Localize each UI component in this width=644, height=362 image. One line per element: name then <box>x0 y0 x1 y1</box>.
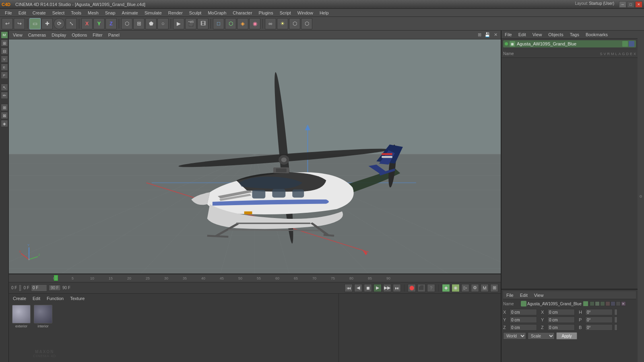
keyframe-record-button[interactable]: ◉ <box>452 284 460 292</box>
keyframe-add-button[interactable]: ◆ <box>442 284 450 292</box>
menu-item-render[interactable]: Render <box>165 10 186 16</box>
coord-close-icon[interactable]: ✕ <box>621 301 626 306</box>
animate-settings[interactable]: ⚙ <box>471 284 479 292</box>
mode-polygon-button[interactable]: P <box>1 72 8 79</box>
coord-y-pos[interactable] <box>510 317 537 323</box>
coord-p-val[interactable] <box>585 317 613 323</box>
menu-item-window[interactable]: Window <box>294 10 316 16</box>
coord-b-val[interactable] <box>585 324 613 331</box>
move-button[interactable]: ✚ <box>41 18 53 29</box>
maximize-button[interactable]: □ <box>627 1 634 8</box>
mat-menu-function[interactable]: Function <box>44 295 66 302</box>
material-exterior[interactable]: exterior <box>12 305 31 328</box>
coord-y-lock[interactable] <box>614 317 617 323</box>
menu-item-simulate[interactable]: Simulate <box>141 10 165 16</box>
x-axis-button[interactable]: X <box>81 18 93 29</box>
frame-field[interactable] <box>19 284 22 292</box>
light-button[interactable]: ☀ <box>277 18 288 29</box>
y-axis-button[interactable]: Y <box>93 18 105 29</box>
help-button[interactable]: ? <box>427 284 435 292</box>
viewport[interactable]: Perspective <box>9 39 501 274</box>
rotate-button[interactable]: ⟳ <box>54 18 65 29</box>
auto-animate-button[interactable]: ▷ <box>461 284 469 292</box>
record-button[interactable]: ⬤ <box>408 284 416 292</box>
z-axis-button[interactable]: Z <box>105 18 117 29</box>
menu-item-create[interactable]: Create <box>29 10 49 16</box>
mode-edge-button[interactable]: E <box>1 64 8 71</box>
menu-item-mograph[interactable]: MoGraph <box>204 10 229 16</box>
coord-z-pos[interactable] <box>510 324 537 331</box>
om-menu-bookmarks[interactable]: Bookmarks <box>584 32 609 37</box>
apply-button[interactable]: Apply <box>556 332 577 339</box>
coord-x-rot[interactable] <box>547 309 575 315</box>
undo-button[interactable]: ↩ <box>2 18 13 29</box>
object-row-agusta[interactable]: ▦ Agusta_AW109S_Grand_Blue <box>503 40 636 47</box>
menu-item-select[interactable]: Select <box>49 10 68 16</box>
render-picture-button[interactable]: 🎬 <box>185 18 196 29</box>
redo-button[interactable]: ↪ <box>14 18 25 29</box>
select-model-button[interactable]: ▭ <box>29 18 41 29</box>
motion-path-button[interactable]: M <box>481 284 489 292</box>
coord-x-lock[interactable] <box>614 309 617 315</box>
playhead-marker[interactable] <box>54 275 58 281</box>
vp-menu-options[interactable]: Options <box>69 32 89 38</box>
polygon-pen-button[interactable]: ⬡ <box>121 18 132 29</box>
prev-frame-button[interactable]: ◀ <box>354 284 362 292</box>
om-menu-file[interactable]: File <box>503 32 514 37</box>
coord-space-select[interactable]: World Object <box>503 332 526 339</box>
layer3-button[interactable]: ◈ <box>1 120 8 127</box>
material-interior[interactable]: interior <box>34 305 52 328</box>
mode-texture-button[interactable]: ⊞ <box>1 39 8 47</box>
mat-menu-edit[interactable]: Edit <box>30 295 43 302</box>
menu-item-plugins[interactable]: Plugins <box>256 10 277 16</box>
menu-item-mesh[interactable]: Mesh <box>85 10 102 16</box>
menu-item-file[interactable]: File <box>2 10 15 16</box>
layer-button[interactable]: ⊞ <box>1 104 8 111</box>
vp-menu-filter[interactable]: Filter <box>90 32 105 38</box>
coord-z-rot[interactable] <box>547 324 575 331</box>
render-region-button[interactable]: ▶ <box>173 18 184 29</box>
coord-h-val[interactable] <box>585 309 613 315</box>
play-button[interactable]: ▶ <box>374 284 382 292</box>
coord-menu-view[interactable]: View <box>533 292 545 298</box>
timeline-fullscreen[interactable]: ⊞ <box>490 284 498 292</box>
deformer-button[interactable]: ◈ <box>237 18 248 29</box>
cursor-tool-button[interactable]: ↖ <box>1 84 8 91</box>
om-menu-objects[interactable]: Objects <box>547 32 565 37</box>
goto-end-button[interactable]: ⏭ <box>393 284 401 292</box>
om-menu-tags[interactable]: Tags <box>568 32 581 37</box>
coord-x-pos[interactable] <box>510 309 537 315</box>
menu-item-animate[interactable]: Animate <box>119 10 141 16</box>
vp-menu-display[interactable]: Display <box>49 32 68 38</box>
coord-y-rot[interactable] <box>547 317 575 323</box>
menu-item-tools[interactable]: Tools <box>68 10 85 16</box>
goto-start-button[interactable]: ⏮ <box>345 284 353 292</box>
cube-button[interactable]: □ <box>213 18 224 29</box>
layer2-button[interactable]: ⊠ <box>1 112 8 119</box>
menu-item-sculpt[interactable]: Sculpt <box>186 10 205 16</box>
menu-item-snap[interactable]: Snap <box>102 10 119 16</box>
mat-menu-create[interactable]: Create <box>10 295 29 302</box>
symmetry-button[interactable]: ⬟ <box>145 18 157 29</box>
scale-button[interactable]: ⤡ <box>66 18 77 29</box>
circle-button[interactable]: ○ <box>157 18 169 29</box>
vp-corner-btn2[interactable]: 💾 <box>484 31 491 39</box>
coord-menu-file[interactable]: File <box>505 292 515 298</box>
mat-menu-texture[interactable]: Texture <box>68 295 87 302</box>
camera-button[interactable]: ∞ <box>265 18 276 29</box>
vp-menu-cameras[interactable]: Cameras <box>26 32 49 38</box>
current-frame-input[interactable] <box>31 284 47 292</box>
autokey-button[interactable]: ⬛ <box>417 284 425 292</box>
om-menu-edit[interactable]: Edit <box>517 32 528 37</box>
floor-button[interactable]: ⬡ <box>289 18 300 29</box>
menu-item-help[interactable]: Help <box>316 10 332 16</box>
minimize-button[interactable]: ─ <box>619 1 626 8</box>
vp-menu-view[interactable]: View <box>10 32 25 38</box>
coord-menu-edit[interactable]: Edit <box>518 292 529 298</box>
mode-model-button[interactable]: M <box>1 31 8 39</box>
menu-item-script[interactable]: Script <box>277 10 294 16</box>
brush-tool-button[interactable]: ✏ <box>1 92 8 99</box>
vp-corner-btn1[interactable]: ⊞ <box>476 31 483 39</box>
effector-button[interactable]: ◉ <box>249 18 260 29</box>
render-settings-button[interactable]: 🎞 <box>197 18 208 29</box>
